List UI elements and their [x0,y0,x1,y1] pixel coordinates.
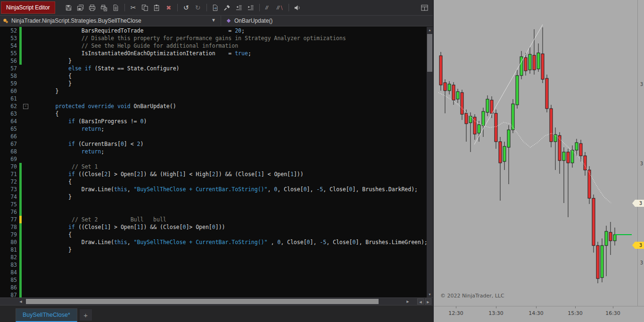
code-line[interactable]: 74 } [0,193,427,201]
uncomment-icon[interactable]: // [276,3,284,12]
line-number: 73 [0,186,19,193]
code-line[interactable]: 86 [0,284,427,291]
line-number: 52 [0,27,19,34]
compile-icon[interactable] [293,3,302,12]
code-line[interactable]: 56 } [0,57,427,65]
code-text: Draw.Line(this, "BuySellTheClose + Curre… [29,186,418,193]
tab-scroll-right-icon[interactable]: ▶ [425,298,431,305]
code-line[interactable]: 73 Draw.Line(this, "BuySellTheClose + Cu… [0,186,427,193]
code-line[interactable]: 67 if (CurrentBars[0] < 2) [0,140,427,148]
code-line[interactable]: 61 [0,95,427,102]
scroll-left-icon[interactable]: ◀ [17,298,24,305]
code-line[interactable]: 75 [0,201,427,208]
ninjatrader-workspace: NinjaScript Editor ✂✖↺↻//// NinjaTrader.… [0,0,644,322]
save-all-icon[interactable] [76,3,85,12]
tab-buyselltheclose[interactable]: BuySellTheClose* [16,308,77,322]
paste-icon[interactable] [153,3,161,12]
layout-grid-icon[interactable] [421,4,428,11]
print-preview-icon[interactable] [100,3,108,12]
editor-navbar: NinjaTrader.NinjaScript.Strategies.BuySe… [0,16,433,26]
price-axis[interactable]: 33333 [637,0,644,306]
scroll-right-icon[interactable]: ▶ [405,298,411,305]
line-number: 59 [0,80,19,87]
comment-icon[interactable]: // [264,3,272,12]
code-line[interactable]: 71 if ((Close[2] > Open[2]) && (High[1] … [0,170,427,178]
code-line[interactable]: 84 [0,269,427,276]
code-line[interactable]: 85 [0,276,427,284]
candlestick-svg [434,0,637,306]
code-text: { [29,110,58,118]
member-dropdown[interactable]: OnBarUpdate() [221,16,272,26]
delete-icon[interactable]: ✖ [165,3,173,12]
code-line[interactable]: 64 if (BarsInProgress != 0) [0,118,427,125]
code-line[interactable]: 57 else if (State == State.Configure) [0,65,427,72]
cut-icon[interactable]: ✂ [129,3,138,12]
type-dropdown-value: NinjaTrader.NinjaScript.Strategies.BuySe… [11,17,141,24]
line-number: 69 [0,155,19,163]
code-text: return; [29,148,104,155]
code-line[interactable]: 63 { [0,110,427,118]
code-line[interactable]: 70 // Set 1 [0,163,427,170]
outdent-icon[interactable] [235,3,243,12]
code-line[interactable]: 62- protected override void OnBarUpdate(… [0,102,427,110]
code-line[interactable]: 52 BarsRequiredToTrade = 20; [0,27,427,34]
chart-plot-area[interactable] [434,0,637,306]
code-line[interactable]: 76 [0,208,427,216]
line-number: 61 [0,95,19,102]
time-axis[interactable]: 12:3013:3014:3015:3016:30 [434,306,644,322]
vertical-scrollbar-thumb[interactable] [427,34,432,72]
fold-margin [22,186,29,193]
code-line[interactable]: 81 } [0,246,427,254]
code-line[interactable]: 78 if ((Close[1] > Open[1]) && (Close[0]… [0,223,427,231]
print-icon[interactable] [88,3,97,12]
export-icon[interactable] [211,3,220,12]
code-line[interactable]: 54 // See the Help Guide for additional … [0,42,427,50]
toolbar-separator [206,4,207,11]
scroll-up-icon[interactable]: ▲ [427,27,433,33]
code-line[interactable]: 80 Draw.Line(this, "BuySellTheClose + Cu… [0,238,427,246]
copy-icon[interactable] [141,3,149,12]
vertical-scrollbar[interactable]: ▲ ▼ [427,27,433,297]
code-line[interactable]: 55 IsInstantiatedOnEachOptimizationItera… [0,50,427,57]
type-dropdown[interactable]: NinjaTrader.NinjaScript.Strategies.BuySe… [0,16,221,26]
code-line[interactable]: 69 [0,155,427,163]
fold-margin [22,148,29,155]
horizontal-scrollbar[interactable]: ◀ ▶ ◀ ▶ [0,297,433,305]
time-axis-tick [575,306,576,308]
horizontal-scrollbar-thumb[interactable] [26,299,379,304]
line-number: 81 [0,246,19,254]
document-icon[interactable] [112,3,120,12]
code-line[interactable]: 53 // Disable this property for performa… [0,34,427,42]
code-line[interactable]: 66 [0,133,427,140]
code-line[interactable]: 79 { [0,231,427,238]
tab-scroll-left-icon[interactable]: ◀ [417,298,424,305]
indent-icon[interactable] [247,3,255,12]
fold-margin [22,155,29,163]
new-tab-button[interactable]: + [80,309,92,321]
code-line[interactable]: 60 } [0,87,427,95]
code-line[interactable]: 87 [0,291,427,297]
price-axis-label: 3 [640,161,643,166]
code-line[interactable]: 58 { [0,72,427,80]
fold-margin [22,34,29,42]
redo-icon[interactable]: ↻ [194,3,202,12]
save-icon[interactable] [65,3,73,12]
scroll-down-icon[interactable]: ▼ [427,291,433,297]
line-number: 80 [0,238,19,246]
code-line[interactable]: 72 { [0,178,427,186]
fold-collapse-icon[interactable]: - [23,104,28,109]
code-editor[interactable]: 52 BarsRequiredToTrade = 20;53 // Disabl… [0,27,427,297]
window-title-badge[interactable]: NinjaScript Editor [1,1,55,14]
code-line[interactable]: 82 [0,254,427,261]
fold-margin [22,276,29,284]
editor-titlebar: NinjaScript Editor ✂✖↺↻//// [0,0,433,16]
code-line[interactable]: 83 [0,261,427,269]
code-line[interactable]: 68 return; [0,148,427,155]
code-line[interactable]: 59 } [0,80,427,87]
code-line[interactable]: 65 return; [0,125,427,133]
line-number: 68 [0,148,19,155]
code-line[interactable]: 77 // Set 2 Bull bull [0,216,427,223]
build-icon[interactable] [223,3,231,12]
undo-icon[interactable]: ↺ [182,3,190,12]
line-number: 55 [0,50,19,57]
